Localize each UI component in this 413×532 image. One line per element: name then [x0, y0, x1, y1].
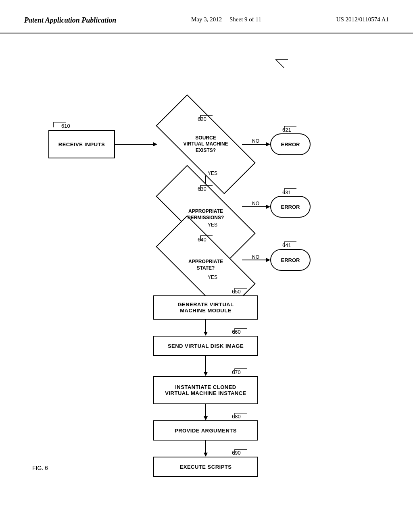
- node-690: EXECUTE SCRIPTS: [153, 457, 258, 477]
- fig-label: FIG. 6: [32, 465, 48, 471]
- svg-marker-15: [204, 332, 208, 336]
- arrow-yes1: YES: [208, 170, 217, 176]
- arrow-yes3: YES: [208, 274, 217, 280]
- page-header: Patent Application Publication May 3, 20…: [0, 0, 413, 33]
- svg-marker-19: [204, 416, 208, 420]
- svg-marker-21: [204, 453, 208, 457]
- header-date: May 3, 2012: [191, 16, 222, 23]
- header-sheet: Sheet 9 of 11: [229, 16, 261, 23]
- node-670: INSTANTIATE CLONED VIRTUAL MACHINE INSTA…: [153, 376, 258, 404]
- bracket-630: [198, 183, 215, 191]
- bracket-641: [282, 240, 298, 248]
- svg-marker-13: [266, 258, 270, 262]
- bracket-650: [233, 286, 249, 294]
- svg-marker-17: [204, 372, 208, 376]
- bracket-670: [233, 367, 249, 375]
- node-621: ERROR: [270, 133, 311, 155]
- bracket-620: [198, 113, 215, 121]
- bracket-631: [282, 187, 298, 195]
- svg-marker-1: [153, 142, 157, 146]
- bracket-640: [198, 234, 215, 242]
- svg-marker-5: [266, 142, 270, 146]
- arrow-yes2: YES: [208, 222, 217, 228]
- bracket-660: [233, 326, 249, 335]
- header-right: US 2012/0110574 A1: [336, 16, 389, 23]
- bracket-680: [233, 411, 249, 419]
- arrow-no2: NO: [252, 201, 259, 206]
- diagram-area: RECEIVE INPUTS 610 SOURCE VIRTUAL MACHIN…: [0, 33, 413, 517]
- node-650: GENERATE VIRTUAL MACHINE MODULE: [153, 295, 258, 320]
- node-660: SEND VIRTUAL DISK IMAGE: [153, 336, 258, 356]
- node-680: PROVIDE ARGUMENTS: [153, 420, 258, 441]
- header-center: May 3, 2012 Sheet 9 of 11: [191, 16, 261, 23]
- arrow-no1: NO: [252, 138, 259, 144]
- node-620: SOURCE VIRTUAL MACHINE EXISTS?: [157, 122, 254, 166]
- node-631: ERROR: [270, 196, 311, 218]
- node-610: RECEIVE INPUTS: [48, 130, 115, 158]
- bracket-610: [52, 120, 68, 128]
- arrow-no3: NO: [252, 254, 259, 260]
- header-title: Patent Application Publication: [24, 16, 116, 25]
- bracket-621: [282, 124, 298, 132]
- svg-marker-9: [266, 205, 270, 209]
- bracket-690: [233, 447, 249, 455]
- bracket-600: [260, 56, 292, 70]
- node-641: ERROR: [270, 249, 311, 271]
- node-640: APPROPRIATE STATE?: [157, 243, 254, 287]
